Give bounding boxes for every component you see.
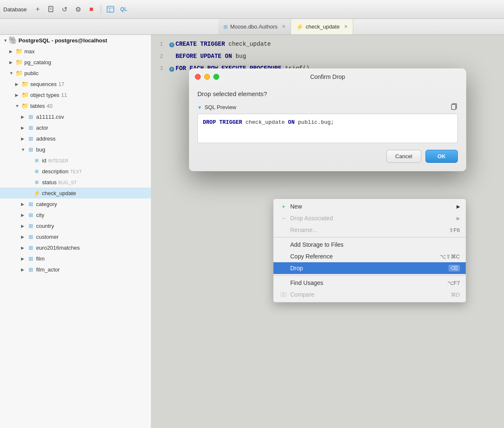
tree-bug-description[interactable]: ⊞ descriptionTEXT [0,166,151,177]
tree-bug-status[interactable]: ⊞ statusBUG_ST [0,177,151,188]
sql-preview-header[interactable]: ▼ SQL Preview [197,103,458,111]
ctx-item-find-usages[interactable]: Find Usages ⌥F7 [273,277,466,289]
tree-root[interactable]: 🐘 PostgreSQL - postgres@localhost [0,35,151,46]
folder-icon-object-types: 📁 [21,91,29,99]
toolbar-separator [101,5,101,13]
traffic-lights [195,74,219,80]
folder-icon-max: 📁 [15,47,23,55]
tree-film-arrow [21,256,27,261]
tree-bug-arrow [21,147,27,152]
tree-bug-id[interactable]: ⊞ idINTEGER [0,155,151,166]
ctx-drop-assoc-label: Drop Associated [290,215,333,222]
ctx-item-drop[interactable]: Drop ⌫ [273,262,466,274]
tree-actor[interactable]: ⊞ actor [0,122,151,133]
tree-sequences-arrow [15,82,21,86]
modal-question: Drop selected elements? [197,90,458,97]
column-icon-status: ⊞ [33,178,40,186]
ctx-separator-2 [273,275,466,276]
tree-euro2016[interactable]: ⊞ euro2016matches [0,242,151,253]
toolbar-btn-ql[interactable]: QL [118,3,130,15]
tree-actor-label: actor [36,125,147,131]
modal-body: Drop selected elements? ▼ SQL Preview DR… [189,84,466,171]
toolbar-btn-stop[interactable]: ■ [86,3,97,15]
table-icon-city: ⊞ [27,211,34,219]
toolbar-btn-table[interactable] [105,3,116,15]
ctx-rename-label: Rename... [290,227,318,233]
tab-moose[interactable]: ⊞ Moose.dbo.Authors ✕ [218,19,291,34]
ctx-item-drop-associated[interactable]: − Drop Associated ▶ [273,212,466,224]
table-icon-category: ⊞ [27,200,34,208]
ctx-add-storage-label: Add Storage to Files [290,241,344,248]
ctx-item-copy-reference[interactable]: Copy Reference ⌥⇧⌘C [273,251,466,262]
toolbar-btn-plus[interactable]: + [32,3,44,15]
traffic-light-close[interactable] [195,74,201,80]
tree-bug[interactable]: ⊞ bug [0,144,151,155]
tree-a11111[interactable]: ⊞ a11111.csv [0,111,151,122]
ctx-compare-label: Compare [290,291,315,298]
table-icon: ⊞ [223,24,228,30]
tree-country[interactable]: ⊞ country [0,220,151,231]
cancel-button[interactable]: Cancel [386,150,421,163]
toolbar: Database + ↺ ⚙ ■ QL [0,0,504,19]
tree-public[interactable]: 📁 public [0,68,151,78]
tab-moose-close[interactable]: ✕ [282,24,286,29]
tree-public-arrow [9,71,15,76]
tree-film-actor-label: film_actor [36,266,147,273]
tree-bug-id-label: idINTEGER [42,157,147,164]
tree-tables-label: tables40 [30,103,147,109]
tab-check-update[interactable]: ⚡ check_update ✕ [291,19,353,34]
tree-sequences[interactable]: 📁 sequences17 [0,78,151,89]
tree-bug-label: bug [36,146,147,153]
tree-city[interactable]: ⊞ city [0,209,151,220]
ctx-item-rename[interactable]: Rename... ⇧F6 [273,224,466,236]
tree-max[interactable]: 📁 max [0,46,151,57]
toolbar-btn-doc[interactable] [45,3,57,15]
tree-check-update[interactable]: ⚡ check_update [0,188,151,198]
ctx-compare-icon [279,292,288,298]
ok-button[interactable]: OK [425,150,458,163]
tree-category[interactable]: ⊞ category [0,198,151,209]
modal-buttons: Cancel OK [197,150,458,164]
copy-sql-icon[interactable] [451,103,458,111]
ctx-item-add-storage[interactable]: Add Storage to Files [273,239,466,251]
toolbar-label: Database [3,6,27,13]
tree-object-types-arrow [15,93,21,97]
tree-sequences-label: sequences17 [30,81,147,87]
ctx-drop-label: Drop [290,265,303,271]
object-types-count: 11 [61,92,67,98]
ctx-drop-assoc-arrow: ▶ [457,216,460,221]
column-icon-id: ⊞ [33,157,40,164]
trigger-icon: ⚡ [296,23,303,30]
tree-object-types-label: object types11 [30,92,147,98]
tree-film-label: film [36,256,147,262]
ctx-item-new[interactable]: + New ▶ [273,201,466,212]
ctx-copy-ref-label: Copy Reference [290,253,333,260]
tree-film-actor[interactable]: ⊞ film_actor [0,264,151,275]
tree-city-arrow [21,213,27,217]
toolbar-btn-refresh[interactable]: ↺ [59,3,71,15]
ctx-find-usages-shortcut: ⌥F7 [447,280,460,286]
tree-film[interactable]: ⊞ film [0,253,151,264]
traffic-light-maximize[interactable] [213,74,219,80]
tree-pg-catalog-label: pg_catalog [24,59,147,65]
toolbar-btn-settings[interactable]: ⚙ [72,3,84,15]
table-icon-film: ⊞ [27,255,34,262]
tree-check-update-label: check_update [42,190,147,196]
tab-check-update-close[interactable]: ✕ [344,24,348,29]
tree-euro2016-arrow [21,245,27,250]
tree-customer-label: customer [36,234,147,240]
sql-preview-box: DROP TRIGGER check_update ON public.bug; [197,114,458,143]
tree-object-types[interactable]: 📁 object types11 [0,89,151,100]
trigger-icon-check-update: ⚡ [33,189,40,197]
traffic-light-minimize[interactable] [204,74,210,80]
tree-tables[interactable]: 📁 tables40 [0,100,151,111]
ctx-item-compare[interactable]: Compare ⌘D [273,289,466,300]
folder-icon-pg-catalog: 📁 [15,58,23,66]
ctx-new-arrow: ▶ [457,204,460,209]
tree-root-label: PostgreSQL - postgres@localhost [18,37,147,44]
tree-pg-catalog[interactable]: 📁 pg_catalog [0,57,151,68]
tree-customer[interactable]: ⊞ customer [0,231,151,242]
svg-rect-9 [284,292,286,297]
tree-film-actor-arrow [21,267,27,272]
tree-address[interactable]: ⊞ address [0,133,151,144]
